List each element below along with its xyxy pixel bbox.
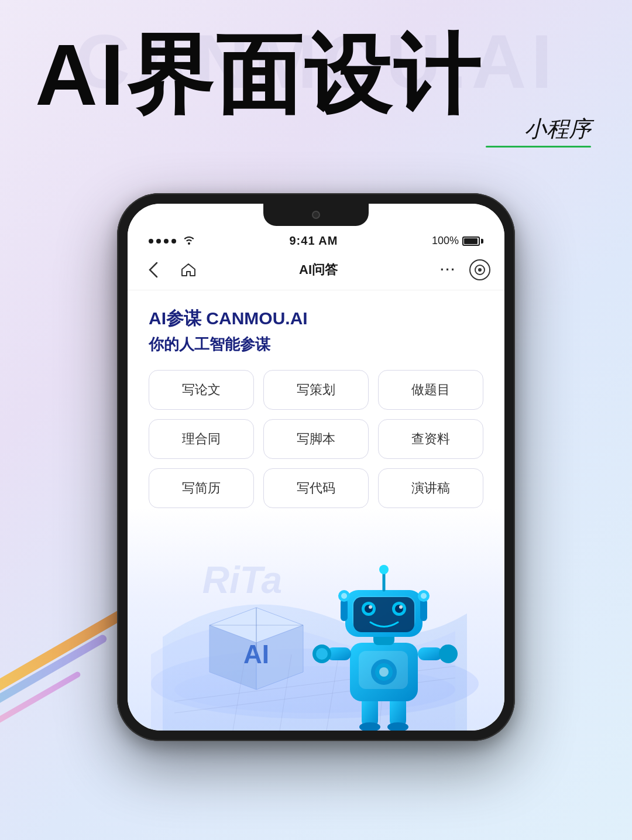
nav-left bbox=[142, 258, 200, 282]
signal-dot-2 bbox=[156, 239, 161, 244]
subtitle-text: 小程序 bbox=[524, 116, 591, 141]
tags-grid: 写论文 写策划 做题目 理合同 写脚本 查资料 写简历 写代码 演讲稿 bbox=[149, 370, 483, 508]
subtitle-area: 小程序 bbox=[35, 114, 591, 144]
tag-resume[interactable]: 写简历 bbox=[149, 468, 254, 508]
svg-point-48 bbox=[379, 565, 389, 574]
main-title: AI界面设计 bbox=[35, 29, 597, 120]
back-button[interactable] bbox=[142, 258, 165, 282]
phone-mockup: 9:41 AM 100% bbox=[117, 193, 515, 741]
nav-bar: AI问答 ··· bbox=[128, 255, 504, 290]
home-button[interactable] bbox=[177, 258, 200, 282]
main-heading: AI界面设计 小程序 bbox=[35, 29, 597, 144]
subtitle-underline bbox=[486, 146, 591, 148]
tag-write-code[interactable]: 写代码 bbox=[263, 468, 369, 508]
battery-icon bbox=[462, 236, 483, 246]
wifi-icon bbox=[183, 234, 195, 248]
tag-write-plan[interactable]: 写策划 bbox=[263, 370, 369, 410]
status-time: 9:41 AM bbox=[290, 234, 338, 248]
battery-body bbox=[462, 236, 480, 246]
phone-frame: 9:41 AM 100% bbox=[117, 193, 515, 741]
svg-point-37 bbox=[369, 605, 372, 609]
signal-dot-1 bbox=[149, 239, 153, 244]
signal-dot-3 bbox=[164, 239, 169, 244]
tag-write-paper[interactable]: 写论文 bbox=[149, 370, 254, 410]
battery-tip bbox=[481, 239, 483, 244]
nav-right: ··· bbox=[437, 258, 490, 282]
svg-rect-41 bbox=[341, 599, 348, 621]
illustration-area: RiTa bbox=[128, 508, 504, 731]
tag-contract[interactable]: 理合同 bbox=[149, 419, 254, 459]
tag-write-script[interactable]: 写脚本 bbox=[263, 419, 369, 459]
phone-screen: 9:41 AM 100% bbox=[128, 204, 504, 731]
phone-notch bbox=[263, 204, 369, 226]
battery-percentage: 100% bbox=[432, 235, 459, 247]
camera bbox=[312, 211, 320, 219]
signal-dot-4 bbox=[171, 239, 176, 244]
svg-rect-29 bbox=[418, 647, 442, 660]
app-slogan: 你的人工智能参谋 bbox=[149, 334, 483, 355]
status-right: 100% bbox=[432, 235, 483, 247]
svg-point-40 bbox=[399, 605, 403, 609]
nav-title: AI问答 bbox=[200, 261, 437, 279]
svg-point-46 bbox=[421, 593, 427, 599]
illustration-svg: AI bbox=[128, 508, 504, 731]
tag-do-problems[interactable]: 做题目 bbox=[378, 370, 483, 410]
app-brand: AI参谋 CANMOU.AI bbox=[149, 307, 483, 331]
svg-point-28 bbox=[316, 648, 328, 660]
app-content: AI参谋 CANMOU.AI 你的人工智能参谋 写论文 写策划 做题目 理合同 … bbox=[128, 290, 504, 508]
scan-button[interactable] bbox=[469, 259, 490, 280]
tag-speech[interactable]: 演讲稿 bbox=[378, 468, 483, 508]
battery-fill bbox=[464, 238, 478, 244]
tag-research[interactable]: 查资料 bbox=[378, 419, 483, 459]
rita-watermark: RiTa bbox=[202, 558, 282, 602]
status-left bbox=[149, 234, 195, 248]
svg-point-43 bbox=[341, 593, 347, 599]
more-button[interactable]: ··· bbox=[437, 258, 460, 282]
svg-rect-44 bbox=[420, 599, 427, 621]
svg-point-25 bbox=[379, 667, 389, 677]
svg-point-30 bbox=[439, 644, 458, 663]
svg-point-1 bbox=[478, 268, 482, 272]
